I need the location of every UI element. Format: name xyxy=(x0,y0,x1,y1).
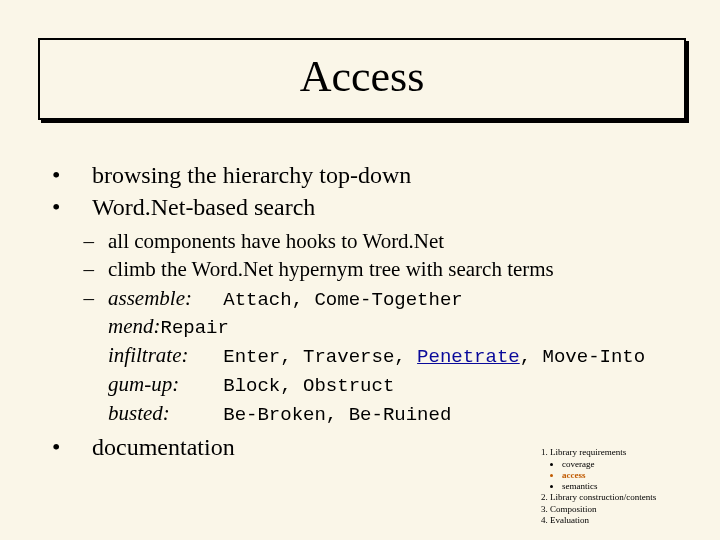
term-mend: mend: xyxy=(108,313,160,339)
example-assemble: assemble: Attach, Come-Together xyxy=(108,285,688,313)
infiltrate-post: , Move-Into xyxy=(520,346,645,368)
outline-1b: access xyxy=(562,470,706,481)
outline-3: Composition xyxy=(550,504,706,515)
vals-busted: Be-Broken, Be-Ruined xyxy=(223,404,451,426)
bullet-3-text: documentation xyxy=(92,432,235,462)
bullet-icon: • xyxy=(48,160,92,190)
sub-1: – all components have hooks to Word.Net xyxy=(48,228,688,254)
vals-mend: Repair xyxy=(160,317,228,339)
sub-2: – climb the Word.Net hypernym tree with … xyxy=(48,256,688,282)
outline-1c: semantics xyxy=(562,481,706,492)
sub-3: – assemble: Attach, Come-Together mend: … xyxy=(48,285,688,429)
sub-2-text: climb the Word.Net hypernym tree with se… xyxy=(108,256,688,282)
outline-1-text: Library requirements xyxy=(550,447,626,457)
bullet-2: • Word.Net-based search xyxy=(48,192,688,222)
vals-gumup: Block, Obstruct xyxy=(223,375,394,397)
outline-1a: coverage xyxy=(562,459,706,470)
bullet-icon: • xyxy=(48,432,92,462)
bullet-1: • browsing the hierarchy top-down xyxy=(48,160,688,190)
outline-2: Library construction/contents xyxy=(550,492,706,503)
bullet-1-text: browsing the hierarchy top-down xyxy=(92,160,411,190)
slide-title: Access xyxy=(40,40,684,114)
sub-1-text: all components have hooks to Word.Net xyxy=(108,228,688,254)
term-gumup: gum-up: xyxy=(108,371,218,397)
dash-icon: – xyxy=(48,285,108,429)
example-mend: mend: Repair xyxy=(108,313,688,341)
term-assemble: assemble: xyxy=(108,285,218,311)
example-busted: busted: Be-Broken, Be-Ruined xyxy=(108,400,688,428)
term-busted: busted: xyxy=(108,400,218,426)
outline-1: Library requirements coverage access sem… xyxy=(550,447,706,492)
outline-4: Evaluation xyxy=(550,515,706,526)
example-gumup: gum-up: Block, Obstruct xyxy=(108,371,688,399)
dash-icon: – xyxy=(48,256,108,282)
bullet-2-text: Word.Net-based search xyxy=(92,192,315,222)
title-box: Access xyxy=(38,38,686,120)
outline-nav: Library requirements coverage access sem… xyxy=(536,447,706,526)
examples: assemble: Attach, Come-Together mend: Re… xyxy=(108,285,688,429)
term-infiltrate: infiltrate: xyxy=(108,342,218,368)
dash-icon: – xyxy=(48,228,108,254)
bullet-icon: • xyxy=(48,192,92,222)
infiltrate-link[interactable]: Penetrate xyxy=(417,346,520,368)
slide: Access • browsing the hierarchy top-down… xyxy=(0,0,720,540)
vals-assemble: Attach, Come-Together xyxy=(223,289,462,311)
infiltrate-pre: Enter, Traverse, xyxy=(223,346,417,368)
sub-list: – all components have hooks to Word.Net … xyxy=(48,228,688,428)
vals-infiltrate: Enter, Traverse, Penetrate, Move-Into xyxy=(223,346,645,368)
example-infiltrate: infiltrate: Enter, Traverse, Penetrate, … xyxy=(108,342,688,370)
slide-body: • browsing the hierarchy top-down • Word… xyxy=(48,160,688,464)
